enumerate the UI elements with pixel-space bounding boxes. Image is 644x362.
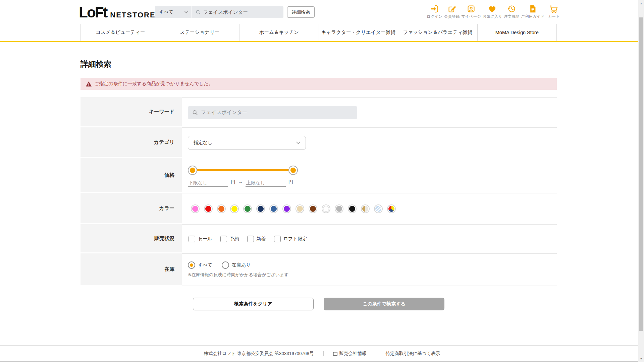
keyword-content	[182, 97, 557, 127]
category-row: カテゴリ 指定なし	[80, 127, 557, 158]
color-row: カラー	[80, 193, 557, 224]
order-history-label: 注文履歴	[504, 14, 519, 19]
checkbox-item-preorder[interactable]: 予約	[220, 236, 239, 242]
nav-item-home-kitchen[interactable]: ホーム＆キッチン	[239, 24, 319, 41]
cart-action[interactable]: カート	[546, 4, 561, 19]
radio-item-in-stock[interactable]: 在庫あり	[222, 261, 251, 269]
cart-label: カート	[548, 14, 560, 19]
stock-content: すべて 在庫あり ※在庫情報の反映に時間がかかる場合がございます	[182, 253, 557, 286]
radio-item-all[interactable]: すべて	[188, 261, 212, 269]
checkbox-item-new[interactable]: 新着	[247, 236, 266, 242]
preorder-checkbox-label: 予約	[230, 236, 239, 242]
login-label: ログイン	[427, 14, 442, 19]
sale-checkbox-label: セール	[198, 236, 212, 242]
new-checkbox-label: 新着	[257, 236, 266, 242]
nav-item-stationery[interactable]: ステーショナリー	[160, 24, 239, 41]
warning-icon	[86, 81, 92, 86]
color-swatch-gray[interactable]	[335, 204, 343, 213]
scrollbar-up-arrow[interactable]: ▲	[638, 1, 644, 6]
price-slider-handle-min[interactable]	[189, 166, 197, 174]
clear-conditions-button[interactable]: 検索条件をクリア	[193, 298, 314, 310]
price-range-separator: ～	[238, 179, 243, 187]
search-with-conditions-button[interactable]: この条件で検索する	[324, 298, 444, 310]
main-nav: コスメ＆ビューティー ステーショナリー ホーム＆キッチン キャラクター・クリエイ…	[0, 24, 644, 42]
nav-item-moma[interactable]: MoMA Design Store	[477, 24, 557, 41]
cart-icon	[549, 4, 558, 13]
footer-company-text: 株式会社ロフト 東京都公安委員会 第303319700768号	[204, 351, 314, 357]
footer-divider	[376, 351, 376, 356]
color-swatch-red[interactable]	[204, 204, 213, 213]
color-swatch-green[interactable]	[243, 204, 252, 213]
color-swatch-black[interactable]	[348, 204, 357, 213]
checkbox-item-loft-limited[interactable]: ロフト限定	[274, 236, 307, 242]
price-row: 価格 円 ～ 円	[80, 158, 557, 193]
guide-action[interactable]: ご利用ガイド	[521, 4, 544, 19]
stock-box: すべて 在庫あり ※在庫情報の反映に時間がかかる場合がございます	[188, 261, 289, 278]
favorites-action[interactable]: お気に入り	[483, 4, 502, 19]
footer-link-seller-info-label: 販売会社情報	[339, 351, 367, 357]
keyword-input[interactable]	[201, 110, 353, 115]
order-history-icon	[507, 4, 516, 13]
loft-limited-checkbox	[274, 236, 281, 242]
header-actions: ログイン 会員登録 マイページ お気に入り 注文履歴 ご利用ガイド カート	[427, 4, 561, 19]
color-swatch-white[interactable]	[322, 204, 330, 213]
search-category-select[interactable]: すべて	[155, 6, 192, 18]
vertical-scrollbar[interactable]: ▲ ▼	[638, 0, 644, 362]
preorder-checkbox	[220, 236, 227, 242]
in-stock-radio-label: 在庫あり	[232, 262, 251, 268]
nav-item-fashion-variety[interactable]: ファッション＆バラエティ雑貨	[398, 24, 477, 41]
nav-item-character-goods[interactable]: キャラクター・クリエイター雑貨	[319, 24, 398, 41]
mypage-action[interactable]: マイページ	[461, 4, 481, 19]
color-swatch-navy[interactable]	[256, 204, 265, 213]
price-slider-track[interactable]	[193, 169, 293, 171]
form-actions: 検索条件をクリア この条件で検索する	[80, 298, 557, 310]
keyword-row: キーワード	[80, 97, 557, 127]
chevron-down-icon	[296, 141, 300, 144]
category-select[interactable]: 指定なし	[188, 136, 306, 150]
color-swatch-blue[interactable]	[269, 204, 278, 213]
checkbox-item-sale[interactable]: セール	[189, 236, 212, 242]
no-results-alert: ご指定の条件に一致する商品が見つかりませんでした。	[80, 78, 557, 90]
loft-logo[interactable]: LoFt NETSTORE	[79, 4, 156, 21]
color-swatch-pink[interactable]	[191, 204, 200, 213]
scrollbar-thumb[interactable]	[639, 17, 643, 331]
sale-checkbox	[189, 236, 195, 242]
color-swatch-clear[interactable]	[374, 204, 383, 213]
sale-status-options: セール 予約 新着 ロフト限定	[189, 236, 307, 242]
footer-link-seller-info[interactable]: 販売会社情報	[333, 351, 367, 357]
stock-options: すべて 在庫あり	[188, 261, 289, 269]
price-min-input[interactable]	[188, 179, 228, 187]
color-swatch-multicolor[interactable]	[387, 204, 396, 213]
color-swatch-gold-silver[interactable]	[361, 204, 370, 213]
price-slider[interactable]	[193, 166, 293, 175]
footer-link-commerce-law[interactable]: 特定商取引法に基づく表示	[386, 351, 440, 357]
color-swatch-yellow[interactable]	[230, 204, 239, 213]
price-max-input[interactable]	[246, 179, 286, 187]
nav-item-cosmetics[interactable]: コスメ＆ビューティー	[80, 24, 160, 41]
mypage-icon	[467, 4, 476, 13]
order-history-action[interactable]: 注文履歴	[504, 4, 519, 19]
price-slider-handle-max[interactable]	[289, 166, 297, 174]
color-swatch-brown[interactable]	[309, 204, 317, 213]
chevron-down-icon	[184, 11, 188, 13]
price-content: 円 ～ 円	[182, 158, 557, 193]
keyword-label: キーワード	[80, 97, 182, 126]
sale-status-label: 販売状況	[80, 224, 182, 252]
color-swatch-beige[interactable]	[296, 204, 304, 213]
header-search-input[interactable]	[203, 9, 279, 15]
loft-limited-checkbox-label: ロフト限定	[283, 236, 307, 242]
scrollbar-down-arrow[interactable]: ▼	[638, 356, 644, 361]
login-action[interactable]: ログイン	[427, 4, 442, 19]
color-swatch-purple[interactable]	[282, 204, 291, 213]
keyword-field	[188, 106, 357, 119]
search-category-value: すべて	[159, 9, 173, 15]
footer-link-commerce-law-label: 特定商取引法に基づく表示	[386, 351, 440, 357]
page-title: 詳細検索	[80, 59, 111, 69]
guide-icon	[528, 4, 537, 13]
register-action[interactable]: 会員登録	[444, 4, 460, 19]
color-swatch-orange[interactable]	[217, 204, 226, 213]
price-max-unit: 円	[288, 179, 293, 187]
register-label: 会員登録	[444, 14, 460, 19]
header-search-bar: すべて	[155, 6, 283, 18]
advanced-search-button[interactable]: 詳細検索	[287, 6, 315, 18]
